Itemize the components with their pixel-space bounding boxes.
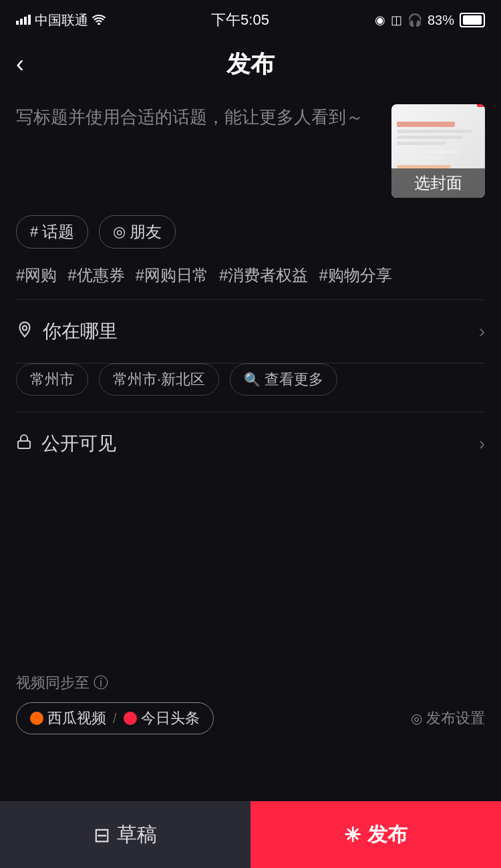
headphones-icon: 🎧 [407, 13, 422, 27]
location-chip-label-2: 查看更多 [265, 370, 323, 390]
settings-icon: ◎ [411, 710, 422, 726]
toutiao-label: 今日头条 [141, 708, 200, 728]
publish-settings-link[interactable]: ◎ 发布设置 [411, 708, 485, 728]
carrier-label: 中国联通 [35, 11, 88, 29]
suggested-tags: #网购 #优惠券 #网购日常 #消费者权益 #购物分享 [16, 259, 485, 299]
svg-rect-0 [16, 21, 19, 25]
location-chip-label-1: 常州市·新北区 [113, 370, 205, 390]
location-chip-0[interactable]: 常州市 [16, 364, 88, 396]
publish-label: 发布 [367, 821, 407, 849]
cover-line-6 [397, 156, 442, 160]
main-content: 写标题并使用合适的话题，能让更多人看到～ 选封面 [0, 91, 501, 868]
location-chevron: › [479, 321, 485, 342]
toutiao-dot [124, 712, 137, 725]
svg-rect-3 [28, 15, 31, 25]
cover-line-2 [397, 130, 472, 133]
back-button[interactable]: ‹ [16, 50, 24, 78]
friends-button[interactable]: ◎ 朋友 [99, 215, 176, 249]
sync-info-icon[interactable]: ⓘ [94, 673, 108, 693]
sync-platforms-selector[interactable]: 西瓜视频 / 今日头条 [16, 702, 214, 734]
cover-line-3 [397, 136, 463, 139]
signal-icon [16, 13, 31, 28]
topic-label: 话题 [42, 221, 74, 243]
visibility-label: 公开可见 [41, 431, 470, 456]
svg-rect-1 [20, 19, 23, 25]
battery-icon [460, 13, 485, 27]
publish-button[interactable]: ✳ 发布 [251, 801, 501, 868]
cover-thumbnail: 选封面 [391, 104, 485, 198]
lock-icon [16, 433, 32, 454]
topic-button[interactable]: # 话题 [16, 215, 88, 249]
title-cover-section: 写标题并使用合适的话题，能让更多人看到～ 选封面 [16, 91, 485, 204]
location-label: 你在哪里 [43, 319, 470, 344]
visibility-row[interactable]: 公开可见 › [16, 412, 485, 475]
suggested-tag-3[interactable]: #消费者权益 [219, 265, 308, 286]
platform-xigua: 西瓜视频 [30, 708, 106, 728]
location-chip-label-0: 常州市 [30, 370, 74, 390]
cover-badge [477, 104, 485, 107]
visibility-chevron: › [479, 433, 485, 454]
battery-label: 83% [428, 13, 454, 28]
tag-buttons: # 话题 ◎ 朋友 [16, 204, 485, 259]
page-title: 发布 [226, 48, 275, 81]
settings-label: 发布设置 [426, 708, 485, 728]
svg-rect-2 [24, 17, 27, 25]
sync-section: 视频同步至 ⓘ 西瓜视频 / 今日头条 ◎ 发布设置 [0, 673, 501, 748]
publish-icon: ✳ [344, 823, 361, 847]
draft-icon: ⊟ [94, 823, 110, 847]
wifi-icon [92, 13, 106, 28]
suggested-tag-4[interactable]: #购物分享 [319, 265, 391, 286]
location-chip-1[interactable]: 常州市·新北区 [99, 364, 219, 396]
nav-bar: ‹ 发布 [0, 37, 501, 91]
cover-line-1 [397, 122, 455, 127]
xigua-label: 西瓜视频 [47, 708, 106, 728]
svg-point-4 [23, 326, 27, 331]
draft-button[interactable]: ⊟ 草稿 [0, 801, 251, 868]
status-right: ◉ ◫ 🎧 83% [375, 13, 485, 28]
location-chip-2[interactable]: 🔍 查看更多 [230, 364, 337, 396]
suggested-tag-2[interactable]: #网购日常 [136, 265, 208, 286]
friends-icon: ◎ [113, 223, 126, 241]
location-row[interactable]: 你在哪里 › [16, 300, 485, 364]
screen-record-icon: ◉ [375, 13, 385, 27]
xigua-dot [30, 712, 43, 725]
location-icon [16, 320, 33, 343]
sync-row: 西瓜视频 / 今日头条 ◎ 发布设置 [16, 702, 485, 734]
cover-area: 选封面 [391, 104, 485, 198]
bottom-buttons: ⊟ 草稿 ✳ 发布 [0, 801, 501, 868]
title-input[interactable]: 写标题并使用合适的话题，能让更多人看到～ [16, 104, 378, 198]
cover-select-button[interactable]: 选封面 [391, 168, 485, 198]
suggested-tag-0[interactable]: #网购 [16, 265, 57, 286]
search-icon-sm: 🔍 [244, 372, 261, 388]
cover-line-4 [397, 142, 446, 145]
platform-separator: / [113, 711, 117, 726]
platform-toutiao: 今日头条 [124, 708, 200, 728]
draft-label: 草稿 [117, 821, 157, 849]
content-area: 写标题并使用合适的话题，能让更多人看到～ 选封面 [0, 91, 501, 475]
alarm-icon: ◫ [391, 13, 402, 27]
status-bar: 中国联通 下午5:05 ◉ ◫ 🎧 83% [0, 0, 501, 37]
hash-icon: # [30, 223, 38, 241]
sync-label: 视频同步至 ⓘ [16, 673, 485, 693]
status-left: 中国联通 [16, 11, 106, 29]
location-chips: 常州市 常州市·新北区 🔍 查看更多 [16, 364, 485, 412]
suggested-tag-1[interactable]: #优惠券 [67, 265, 124, 286]
svg-rect-5 [18, 441, 30, 448]
status-time: 下午5:05 [211, 10, 269, 30]
cover-line-5 [397, 150, 459, 154]
friends-label: 朋友 [130, 221, 162, 243]
